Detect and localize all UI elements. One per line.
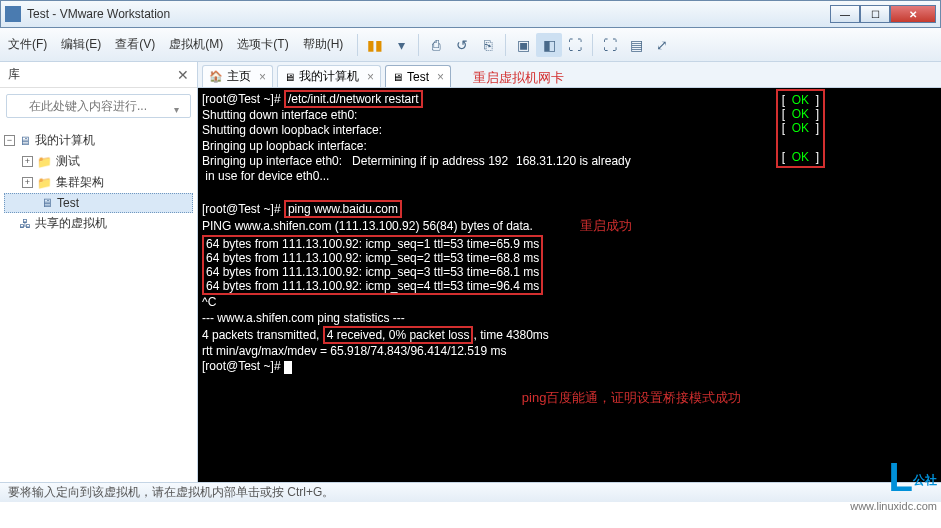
tabs: 🏠 主页 × 🖥 我的计算机 × 🖥 Test × 重启虚拟机网卡 bbox=[198, 62, 941, 88]
dropdown-button[interactable]: ▾ bbox=[388, 33, 414, 57]
cursor-icon bbox=[284, 361, 292, 374]
folder-icon: 📁 bbox=[37, 155, 52, 169]
shared-icon: 🖧 bbox=[19, 217, 31, 231]
tree-item-label: Test bbox=[57, 196, 79, 210]
collapse-icon[interactable]: − bbox=[4, 135, 15, 146]
minimize-button[interactable]: — bbox=[830, 5, 860, 23]
tree-item-label: 测试 bbox=[56, 153, 80, 170]
annotation-ok-success: 重启成功 bbox=[580, 218, 632, 233]
highlight-ok-block: [ OK ][ OK ][ OK ] [ OK ] bbox=[776, 89, 825, 168]
expand-icon[interactable]: + bbox=[22, 156, 33, 167]
tree-item-selected[interactable]: 🖥 Test bbox=[4, 193, 193, 213]
sidebar-title: 库 bbox=[8, 66, 20, 83]
tab-label: 我的计算机 bbox=[299, 68, 359, 85]
close-button[interactable]: ✕ bbox=[890, 5, 936, 23]
annotation-top: 重启虚拟机网卡 bbox=[473, 69, 564, 87]
tree-shared[interactable]: 🖧 共享的虚拟机 bbox=[4, 213, 193, 234]
tab-computer[interactable]: 🖥 我的计算机 × bbox=[277, 65, 381, 87]
menu-view[interactable]: 查看(V) bbox=[115, 36, 155, 53]
menu-tabs[interactable]: 选项卡(T) bbox=[237, 36, 288, 53]
sidebar-close-icon[interactable]: ✕ bbox=[177, 67, 189, 83]
folder-icon: 📁 bbox=[37, 176, 52, 190]
pause-button[interactable]: ▮▮ bbox=[362, 33, 388, 57]
tab-home[interactable]: 🏠 主页 × bbox=[202, 65, 273, 87]
vm-icon: 🖥 bbox=[392, 71, 403, 83]
search-input[interactable] bbox=[6, 94, 191, 118]
sidebar: 库 ✕ − 🖥 我的计算机 + 📁 测试 + 📁 集群架构 bbox=[0, 62, 198, 482]
tab-label: 主页 bbox=[227, 68, 251, 85]
tree-shared-label: 共享的虚拟机 bbox=[35, 215, 107, 232]
menu-vm[interactable]: 虚拟机(M) bbox=[169, 36, 223, 53]
unity-button[interactable]: ▤ bbox=[623, 33, 649, 57]
menu-file[interactable]: 文件(F) bbox=[8, 36, 47, 53]
view2-button[interactable]: ◧ bbox=[536, 33, 562, 57]
highlight-ping-rows: 64 bytes from 111.13.100.92: icmp_seq=1 … bbox=[202, 235, 543, 296]
watermark: L公社 www.linuxidc.com bbox=[850, 455, 937, 512]
terminal[interactable]: [root@Test ~]# /etc/init.d/network resta… bbox=[198, 88, 941, 482]
computer-icon: 🖥 bbox=[19, 134, 31, 148]
computer-icon: 🖥 bbox=[284, 71, 295, 83]
manage-button[interactable]: ⎘ bbox=[475, 33, 501, 57]
annotation-bottom: ping百度能通，证明设置桥接模式成功 bbox=[522, 390, 742, 405]
expand-button[interactable]: ⤢ bbox=[649, 33, 675, 57]
close-tab-icon[interactable]: × bbox=[437, 70, 444, 84]
highlight-cmd2: ping www.baidu.com bbox=[284, 200, 402, 218]
close-tab-icon[interactable]: × bbox=[259, 70, 266, 84]
home-icon: 🏠 bbox=[209, 70, 223, 83]
snapshot-button[interactable]: ⎙ bbox=[423, 33, 449, 57]
tree-root[interactable]: − 🖥 我的计算机 bbox=[4, 130, 193, 151]
tab-test[interactable]: 🖥 Test × bbox=[385, 65, 451, 87]
window-titlebar: Test - VMware Workstation — ☐ ✕ bbox=[0, 0, 941, 28]
revert-button[interactable]: ↺ bbox=[449, 33, 475, 57]
tree: − 🖥 我的计算机 + 📁 测试 + 📁 集群架构 🖥 Test 🖧 bbox=[0, 124, 197, 240]
tree-root-label: 我的计算机 bbox=[35, 132, 95, 149]
status-text: 要将输入定向到该虚拟机，请在虚拟机内部单击或按 Ctrl+G。 bbox=[8, 484, 334, 501]
view1-button[interactable]: ▣ bbox=[510, 33, 536, 57]
close-tab-icon[interactable]: × bbox=[367, 70, 374, 84]
tree-item[interactable]: + 📁 测试 bbox=[4, 151, 193, 172]
window-title: Test - VMware Workstation bbox=[27, 7, 830, 21]
tree-item[interactable]: + 📁 集群架构 bbox=[4, 172, 193, 193]
expand-icon[interactable]: + bbox=[22, 177, 33, 188]
menu-edit[interactable]: 编辑(E) bbox=[61, 36, 101, 53]
vm-icon: 🖥 bbox=[41, 196, 53, 210]
maximize-button[interactable]: ☐ bbox=[860, 5, 890, 23]
fullscreen-button[interactable]: ⛶ bbox=[597, 33, 623, 57]
app-icon bbox=[5, 6, 21, 22]
menu-help[interactable]: 帮助(H) bbox=[303, 36, 344, 53]
highlight-stats: 4 received, 0% packet loss bbox=[323, 326, 474, 344]
tree-item-label: 集群架构 bbox=[56, 174, 104, 191]
highlight-cmd1: /etc/init.d/network restart bbox=[284, 90, 423, 108]
tab-label: Test bbox=[407, 70, 429, 84]
statusbar: 要将输入定向到该虚拟机，请在虚拟机内部单击或按 Ctrl+G。 bbox=[0, 482, 941, 502]
view3-button[interactable]: ⛶ bbox=[562, 33, 588, 57]
